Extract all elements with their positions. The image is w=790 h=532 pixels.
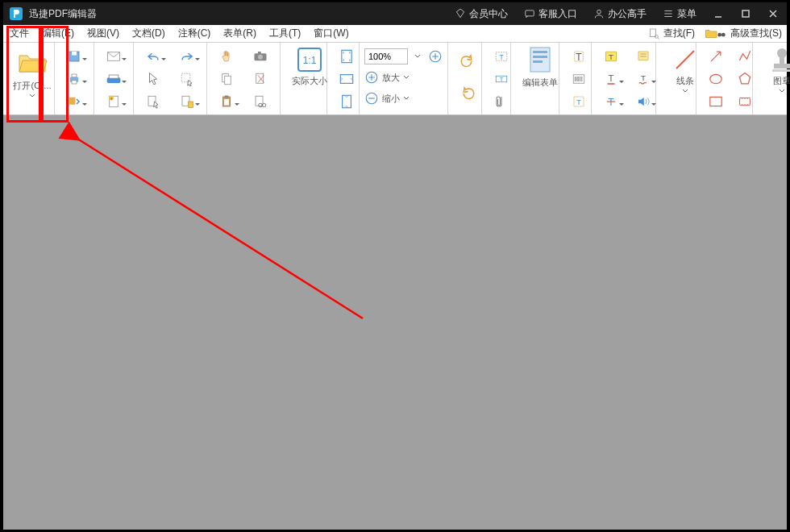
cursor-icon	[148, 72, 159, 86]
zoom-in-circle-button[interactable]	[428, 47, 443, 66]
fit-height-button[interactable]	[332, 92, 361, 111]
text-field-icon: T	[494, 72, 509, 86]
advanced-find-button[interactable]: 高级查找(S)	[700, 27, 787, 40]
document-area[interactable]	[3, 115, 787, 530]
properties-button[interactable]	[173, 92, 202, 111]
fit-page-button[interactable]	[332, 47, 361, 66]
svg-rect-67	[774, 64, 790, 69]
link-button[interactable]	[487, 92, 516, 111]
snapshot-button[interactable]	[246, 47, 275, 66]
actual-size-button[interactable]: 1:1 实际大小	[285, 46, 334, 87]
office-expert-link[interactable]: 办公高手	[585, 7, 655, 21]
scan-button[interactable]	[99, 69, 128, 89]
minus-circle-icon	[364, 91, 379, 106]
underline-button[interactable]: T	[597, 69, 626, 89]
svg-rect-64	[710, 97, 721, 106]
menu-comment[interactable]: 注释(C)	[172, 27, 218, 40]
rotate-cw-button[interactable]	[453, 80, 482, 107]
folder-open-icon	[16, 46, 48, 78]
cloud-shape-button[interactable]	[730, 92, 759, 111]
print-button[interactable]	[60, 69, 89, 89]
menu-file[interactable]: 文件	[3, 27, 35, 40]
zoom-in-button[interactable]: 放大	[364, 67, 443, 88]
hand-button[interactable]	[212, 47, 241, 66]
menu-window[interactable]: 窗口(W)	[307, 27, 355, 40]
menu-view[interactable]: 视图(V)	[81, 27, 126, 40]
scanner-icon	[106, 73, 122, 85]
barcode-button[interactable]	[564, 69, 593, 89]
find-button[interactable]: 查找(F)	[642, 27, 700, 40]
polygon-icon	[737, 71, 753, 87]
strike-icon: T	[604, 94, 618, 109]
maximize-button[interactable]	[732, 2, 759, 25]
floppy-icon	[67, 49, 81, 64]
rotate-ccw-button[interactable]	[453, 48, 482, 75]
menu-form[interactable]: 表单(R)	[217, 27, 263, 40]
titlebar: 迅捷PDF编辑器 会员中心 客服入口 办公高手 菜单	[3, 2, 787, 25]
svg-point-30	[258, 55, 263, 60]
cut-button[interactable]	[246, 69, 275, 89]
note-button[interactable]	[629, 47, 658, 66]
zoom-dropdown[interactable]	[411, 47, 425, 66]
chevron-down-icon	[414, 54, 421, 59]
undo-button[interactable]	[139, 47, 168, 66]
rect-shape-button[interactable]	[701, 92, 730, 111]
cloud-rect-icon	[737, 95, 753, 108]
page-cursor-button[interactable]	[139, 92, 168, 111]
zoom-input[interactable]	[364, 48, 408, 64]
checkbox-field-button[interactable]: T	[564, 92, 593, 111]
oval-shape-button[interactable]	[701, 69, 730, 89]
open-button[interactable]: 打开(O)...	[8, 46, 56, 98]
find-page-button[interactable]	[246, 92, 275, 111]
convert-button[interactable]	[60, 92, 89, 111]
svg-rect-31	[258, 52, 261, 54]
svg-text:T: T	[609, 52, 613, 61]
speaker-icon	[636, 94, 651, 109]
svg-rect-61	[638, 52, 648, 60]
paste-button[interactable]	[212, 92, 241, 111]
checkbox-field-icon: T	[572, 94, 586, 109]
undo-icon	[146, 51, 160, 62]
member-center-link[interactable]: 会员中心	[447, 7, 516, 21]
redo-icon	[180, 51, 194, 62]
main-menu-link[interactable]: 菜单	[655, 7, 705, 21]
svg-text:T: T	[576, 98, 581, 106]
audio-button[interactable]	[629, 92, 658, 111]
svg-point-65	[777, 48, 787, 58]
copy-button[interactable]	[212, 69, 241, 89]
save-button[interactable]	[60, 47, 89, 66]
edit-form-button[interactable]: 编辑表单	[516, 46, 564, 89]
polygon-shape-button[interactable]	[730, 69, 759, 89]
close-button[interactable]	[759, 2, 787, 25]
form-page-icon	[527, 46, 553, 75]
menu-document[interactable]: 文档(D)	[126, 27, 172, 40]
new-page-icon: ★	[107, 94, 120, 109]
svg-point-6	[717, 32, 721, 36]
new-page-button[interactable]: ★	[99, 92, 128, 111]
menu-tool[interactable]: 工具(T)	[263, 27, 307, 40]
edit-text-button[interactable]: T	[487, 47, 516, 66]
zoom-out-button[interactable]: 缩小	[364, 88, 443, 109]
cursor-button[interactable]	[139, 69, 168, 89]
chevron-down-icon	[403, 75, 410, 80]
plus-circle-icon	[364, 70, 379, 85]
stamp-button[interactable]: 图章	[758, 46, 790, 94]
minimize-button[interactable]	[705, 2, 732, 25]
binoculars-icon	[716, 28, 727, 39]
redo-button[interactable]	[173, 47, 202, 66]
fit-width-button[interactable]	[332, 69, 361, 89]
support-link[interactable]: 客服入口	[516, 7, 585, 21]
select-button[interactable]	[173, 69, 202, 89]
polyline-shape-button[interactable]	[730, 47, 759, 66]
highlight-button[interactable]: T	[597, 47, 626, 66]
highlight-icon: T	[603, 49, 619, 64]
stamp-icon	[769, 46, 790, 73]
text-color-button[interactable]: T	[629, 69, 658, 89]
arrow-shape-button[interactable]	[701, 47, 730, 66]
chevron-down-icon	[29, 94, 35, 98]
menu-edit[interactable]: 编辑(E)	[35, 27, 81, 40]
strikeout-button[interactable]: T	[597, 92, 626, 111]
typewriter-button[interactable]: T	[487, 69, 516, 89]
text-tool-button[interactable]: T	[564, 47, 593, 66]
mail-button[interactable]	[99, 47, 128, 66]
